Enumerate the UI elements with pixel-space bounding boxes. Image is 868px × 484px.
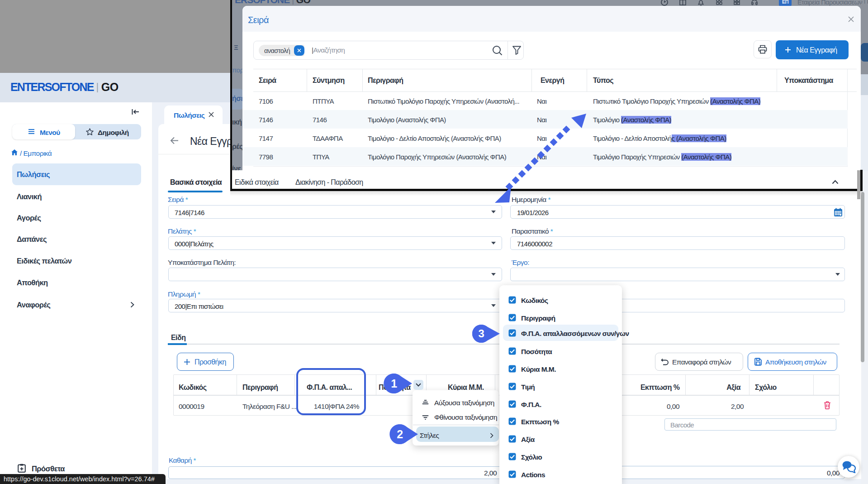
svg-text:3: 3 (479, 327, 484, 340)
svg-text:2: 2 (397, 428, 403, 441)
svg-text:1: 1 (391, 377, 397, 390)
